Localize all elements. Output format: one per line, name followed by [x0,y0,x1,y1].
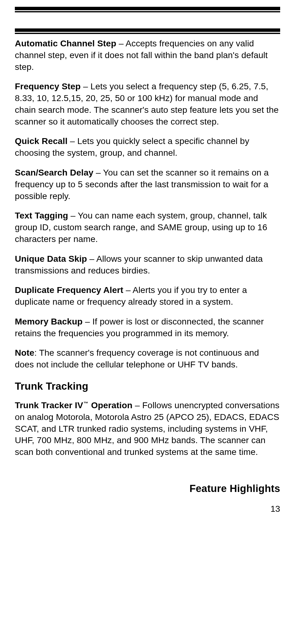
feature-item: Quick Recall – Lets you quickly select a… [15,135,280,159]
note-paragraph: Note: The scanner's frequency coverage i… [15,347,280,371]
feature-term: Scan/Search Delay [15,167,93,177]
feature-term: Text Tagging [15,210,68,220]
feature-item: Scan/Search Delay – You can set the scan… [15,167,280,202]
feature-item: Unique Data Skip – Allows your scanner t… [15,253,280,277]
feature-term: Automatic Channel Step [15,38,116,48]
feature-term: Frequency Step [15,81,81,91]
footer-section-title: Feature Highlights [15,483,280,494]
feature-item: Text Tagging – You can name each system,… [15,210,280,245]
feature-sep: – [83,316,92,326]
mid-thin-rule [15,33,280,34]
feature-sep: – [116,38,126,48]
note-label: Note [15,348,34,358]
feature-term: Memory Backup [15,316,83,326]
feature-term: Quick Recall [15,136,67,146]
mid-thick-rule [15,28,280,32]
trunk-feature-item: Trunk Tracker IV™ Operation – Follows un… [15,400,280,458]
trunk-sep: – [132,400,142,410]
page: Automatic Channel Step – Accepts frequen… [0,0,295,526]
feature-term: Unique Data Skip [15,254,87,264]
top-thick-rule [15,7,280,10]
trunk-tracking-heading: Trunk Tracking [15,380,280,392]
trunk-term-prefix: Trunk Tracker IV [15,400,83,410]
feature-sep: – [93,167,103,177]
note-sep: : [34,348,39,358]
feature-term: Duplicate Frequency Alert [15,285,123,295]
rule-gap [15,12,280,28]
feature-sep: – [68,210,78,220]
trunk-term-suffix: Operation [88,400,132,410]
feature-sep: – [67,136,77,146]
page-number: 13 [15,504,280,514]
trademark-icon: ™ [83,401,89,406]
feature-sep: – [87,254,96,264]
feature-item: Frequency Step – Lets you select a frequ… [15,81,280,127]
feature-item: Memory Backup – If power is lost or disc… [15,316,280,339]
feature-item: Automatic Channel Step – Accepts frequen… [15,38,280,73]
note-text: The scanner's frequency coverage is not … [15,348,259,369]
feature-item: Duplicate Frequency Alert – Alerts you i… [15,284,280,308]
feature-sep: – [123,285,133,295]
body-content: Automatic Channel Step – Accepts frequen… [15,38,280,514]
feature-sep: – [81,81,91,91]
